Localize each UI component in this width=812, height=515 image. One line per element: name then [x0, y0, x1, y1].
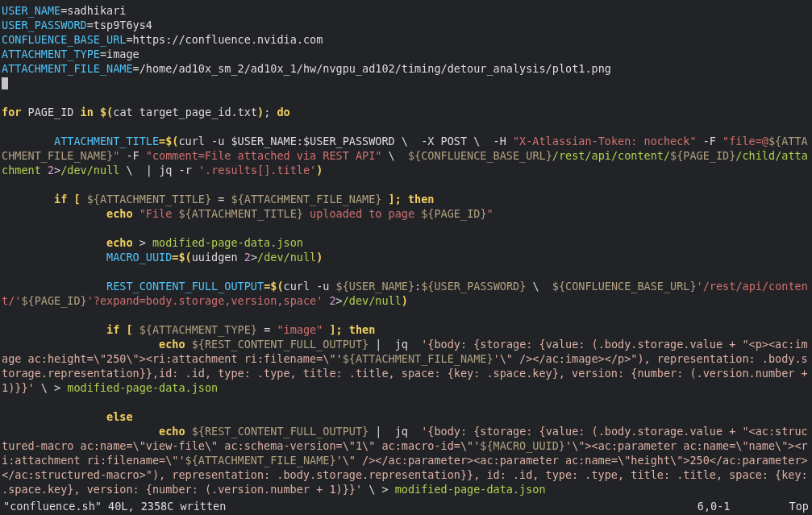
- loop-var: PAGE_ID: [28, 106, 74, 118]
- vim-editor-buffer[interactable]: USER_NAME=sadhikari USER_PASSWORD=tsp9T6…: [0, 0, 812, 500]
- status-file-info: "confluence.sh" 40L, 2358C written: [3, 499, 226, 513]
- env-var-value: /home/ad10x_sm_2/ad10x_1/hw/nvgpu_ad102/…: [139, 62, 611, 75]
- subshell-open: =$(: [159, 135, 178, 147]
- status-scroll-pos: Top: [789, 500, 809, 513]
- keyword-if: if [: [54, 193, 87, 206]
- env-var-value: https://confluence.nvidia.com: [133, 33, 323, 46]
- keyword-in: in: [81, 106, 94, 118]
- keyword-echo: echo: [159, 338, 185, 351]
- keyword-if: if [: [106, 323, 139, 336]
- env-var-name: ATTACHMENT_FILE_NAME: [2, 62, 133, 75]
- env-var-value: sadhikari: [67, 4, 126, 17]
- env-var-name: ATTACHMENT_TYPE: [2, 48, 100, 60]
- keyword-echo: echo: [106, 236, 133, 249]
- assignment-var: ATTACHMENT_TITLE: [54, 135, 159, 147]
- env-var-value: tsp9T6ys4: [94, 19, 152, 31]
- keyword-echo: echo: [106, 207, 133, 220]
- keyword-echo: echo: [159, 425, 185, 438]
- keyword-for: for: [2, 106, 21, 118]
- subshell-close: ): [257, 106, 264, 118]
- jq-filter: '.results[].title': [198, 164, 316, 177]
- keyword-else: else: [106, 410, 133, 423]
- curl-cmd: curl -u $USER_NAME:$USER_PASSWORD \ -X P…: [178, 135, 513, 147]
- env-var-name: USER_PASSWORD: [2, 19, 87, 31]
- assignment-var: REST_CONTENT_FULL_OUTPUT: [106, 280, 264, 293]
- loop-iter-cmd: cat target_page_id.txt: [113, 106, 257, 118]
- keyword-then: then: [349, 323, 376, 336]
- env-var-name: USER_NAME: [2, 4, 60, 17]
- keyword-do: do: [277, 106, 289, 118]
- curl-header: "X-Atlassian-Token: nocheck": [513, 135, 697, 147]
- keyword-then: then: [408, 193, 435, 206]
- output-file: modified-page-data.json: [395, 483, 546, 496]
- env-var-name: CONFLUENCE_BASE_URL: [2, 33, 126, 46]
- output-file: modified-page-data.json: [67, 381, 218, 394]
- env-var-value: image: [106, 48, 139, 60]
- text-cursor: [2, 77, 8, 89]
- vim-status-line: "confluence.sh" 40L, 2358C written6,0-1 …: [0, 497, 812, 515]
- status-cursor-pos: 6,0-1: [697, 500, 731, 513]
- output-file: modified-page-data.json: [152, 236, 303, 249]
- subshell-open: $(: [100, 106, 113, 118]
- assignment-var: MACRO_UUID: [106, 251, 172, 264]
